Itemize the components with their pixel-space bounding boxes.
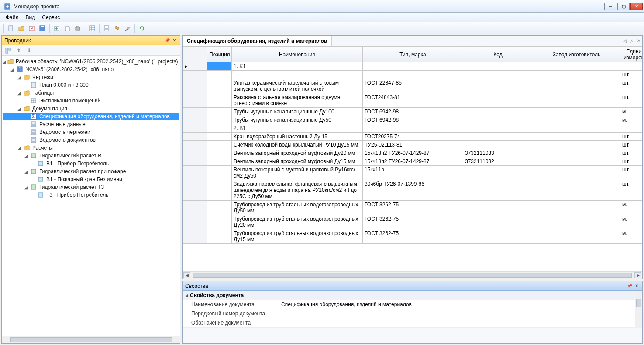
tree-b1-consumer[interactable]: B1 - Прибор Потребитель	[3, 160, 179, 167]
expand-icon[interactable]: ◢	[24, 154, 29, 158]
table-row[interactable]: Кран водоразборный настенный Ду 15ГОСТ20…	[183, 133, 643, 141]
tree-workspace[interactable]: ◢ Рабочая область: 'NCWs61(2806.2802.254…	[3, 58, 179, 65]
cell-name[interactable]: 1. K1	[232, 62, 363, 71]
grid-scroll[interactable]: Позиция Наименование Тип, марка Код Заво…	[183, 46, 642, 271]
properties-vscrollbar[interactable]	[635, 291, 642, 328]
cell-code[interactable]	[463, 79, 533, 93]
col-unit[interactable]: Единица измерения	[620, 47, 643, 62]
explorer-hscrollbar[interactable]	[2, 336, 180, 343]
cell-name[interactable]: 2. B1	[232, 124, 363, 133]
tab-close-icon[interactable]: ✕	[635, 36, 642, 46]
expand-icon[interactable]: ◢	[17, 106, 22, 111]
cell-position[interactable]	[207, 215, 232, 229]
cell-code[interactable]	[463, 116, 533, 124]
col-position[interactable]: Позиция	[207, 47, 232, 62]
cell-code[interactable]	[463, 62, 533, 71]
project-tree[interactable]: ◢ Рабочая область: 'NCWs61(2806.2802.254…	[2, 56, 180, 336]
cell-position[interactable]	[207, 116, 232, 124]
cell-unit[interactable]	[620, 62, 643, 71]
tb-close-icon[interactable]	[27, 24, 37, 33]
cell-code[interactable]	[463, 180, 533, 201]
cell-type[interactable]: ГОСТ 3262-75	[363, 229, 463, 244]
cell-position[interactable]	[207, 62, 232, 71]
expand-icon[interactable]: ◢	[24, 185, 29, 190]
table-row[interactable]: Задвижка параллельная фланцевая с выдвиж…	[183, 180, 643, 201]
cell-unit[interactable]: шт.	[620, 180, 643, 201]
cell-manufacturer[interactable]	[533, 124, 620, 133]
cell-code[interactable]: 3732111033	[463, 149, 533, 157]
tb-users-icon[interactable]	[112, 24, 122, 33]
table-row[interactable]: Вентиль пожарный с муфтой и цапковый Ру1…	[183, 166, 643, 180]
cell-position[interactable]	[207, 108, 232, 116]
cell-type[interactable]: ГОСТ24843-81	[363, 93, 463, 108]
cell-type[interactable]: ГОСТ 3262-75	[363, 201, 463, 215]
cell-position[interactable]	[207, 79, 232, 93]
tree-calcdata[interactable]: Расчетные данные	[3, 120, 179, 128]
maximize-button[interactable]: ▢	[617, 3, 630, 10]
prop-row-designation[interactable]: Обозначение документа	[183, 318, 635, 328]
tb-new-icon[interactable]	[6, 24, 16, 33]
cell-type[interactable]: ТУ25-02.113-81	[363, 141, 463, 149]
cell-code[interactable]	[463, 108, 533, 116]
cell-type[interactable]	[363, 62, 463, 71]
cell-type[interactable]	[363, 124, 463, 133]
cell-name[interactable]: Раковина стальная эмалированная с двумя …	[232, 93, 363, 108]
expand-icon[interactable]: ◢	[17, 146, 22, 150]
cell-unit[interactable]: шт.	[620, 157, 643, 166]
cell-type[interactable]: 30ч6бр ТУ26-07-1399-86	[363, 180, 463, 201]
cell-type[interactable]: 15кч18п2 ТУ26-07-1429-87	[363, 149, 463, 157]
cell-position[interactable]	[207, 166, 232, 180]
prop-value[interactable]	[279, 309, 635, 318]
cell-unit[interactable]: м.	[620, 116, 643, 124]
table-row[interactable]: Трубы чугунные канализационные Ду100ГОСТ…	[183, 108, 643, 116]
cell-name[interactable]: Вентиль пожарный с муфтой и цапковый Ру1…	[232, 166, 363, 180]
tree-b1-fire[interactable]: B1 - Пожарный кран Без имени	[3, 175, 179, 183]
prop-row-name[interactable]: Наименование документа Спецификация обор…	[183, 300, 635, 309]
cell-unit[interactable]: м.	[620, 201, 643, 215]
document-tab[interactable]: Спецификация оборудования, изделий и мат…	[183, 36, 332, 46]
tab-next-icon[interactable]: ▷	[628, 36, 635, 46]
tb-add-icon[interactable]	[52, 24, 62, 33]
cell-position[interactable]	[207, 201, 232, 215]
prop-value[interactable]	[279, 318, 635, 327]
cell-position[interactable]	[207, 141, 232, 149]
col-manufacturer[interactable]: Завод изготовитель	[533, 47, 620, 62]
cell-name[interactable]: Унитаз керамический тарельчатый с косым …	[232, 79, 363, 93]
cell-manufacturer[interactable]	[533, 79, 620, 93]
cell-code[interactable]	[463, 93, 533, 108]
cell-code[interactable]	[463, 133, 533, 141]
cell-unit[interactable]	[620, 124, 643, 133]
table-row[interactable]: ▸1. K1	[183, 62, 643, 71]
cell-manufacturer[interactable]	[533, 166, 620, 180]
table-row[interactable]: Раковина стальная эмалированная с двумя …	[183, 93, 643, 108]
tree-hydro-b1[interactable]: ◢Гидравлический расчет B1	[3, 152, 179, 160]
cell-manufacturer[interactable]	[533, 180, 620, 201]
table-row[interactable]: Трубопровод из труб стальных водогазопро…	[183, 201, 643, 215]
cell-name[interactable]: Счетчик холодной воды крыльчатый РУ10 Ду…	[232, 141, 363, 149]
cell-name[interactable]: Трубы чугунные канализационные Ду50	[232, 116, 363, 124]
cell-type[interactable]: ГОСТ 6942-98	[363, 116, 463, 124]
tree-hydro-t3[interactable]: ◢Гидравлический расчет T3	[3, 183, 179, 191]
minimize-button[interactable]: ─	[604, 3, 616, 10]
cell-position[interactable]	[207, 180, 232, 201]
tree-tables[interactable]: ◢Таблицы	[3, 89, 179, 97]
grid-hscrollbar[interactable]: ◀ ▶	[183, 271, 642, 279]
table-row[interactable]: Трубопровод из труб стальных водогазопро…	[183, 215, 643, 229]
cell-type[interactable]: ГОСТ 6942-98	[363, 108, 463, 116]
cell-manufacturer[interactable]	[533, 201, 620, 215]
tree-t3-consumer[interactable]: T3 - Прибор Потребитель	[3, 191, 179, 199]
panel-close-icon[interactable]: ✕	[171, 38, 177, 44]
tb-refresh-icon[interactable]	[137, 24, 147, 33]
col-type[interactable]: Тип, марка	[363, 47, 463, 62]
tb-copy-icon[interactable]	[62, 24, 72, 33]
cell-unit[interactable]: м.	[620, 108, 643, 116]
cell-position[interactable]	[207, 157, 232, 166]
cell-name[interactable]: Вентиль запорный проходной муфтовый Ду15…	[232, 157, 363, 166]
cell-code[interactable]	[463, 215, 533, 229]
cell-unit[interactable]: шт.	[620, 71, 643, 79]
tree-drawlist[interactable]: Ведомость чертежей	[3, 128, 179, 136]
cell-code[interactable]: 3732111032	[463, 157, 533, 166]
cell-code[interactable]	[463, 124, 533, 133]
cell-position[interactable]	[207, 133, 232, 141]
tree-doclist[interactable]: Ведомость документов	[3, 136, 179, 144]
